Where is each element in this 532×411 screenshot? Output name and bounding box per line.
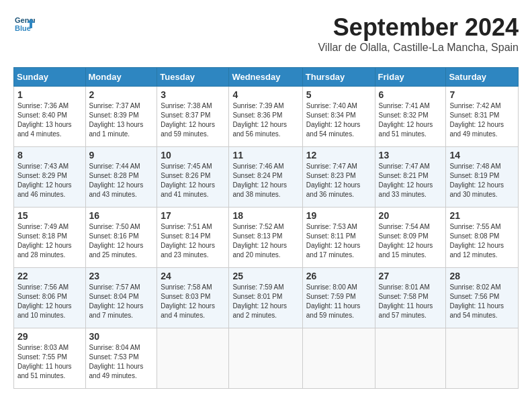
- calendar-cell: 10Sunrise: 7:45 AMSunset: 8:26 PMDayligh…: [157, 147, 229, 208]
- calendar-cell: 1Sunrise: 7:36 AMSunset: 8:40 PMDaylight…: [14, 87, 86, 147]
- day-info: Sunrise: 8:01 AMSunset: 7:58 PMDaylight:…: [379, 283, 443, 320]
- svg-text:Blue: Blue: [15, 24, 31, 32]
- day-number: 26: [306, 271, 371, 281]
- day-number: 4: [232, 89, 298, 100]
- day-info: Sunrise: 7:59 AMSunset: 8:01 PMDaylight:…: [232, 283, 298, 320]
- column-header-saturday: Saturday: [446, 68, 519, 87]
- day-number: 14: [449, 150, 515, 161]
- day-info: Sunrise: 7:47 AMSunset: 8:23 PMDaylight:…: [306, 162, 371, 199]
- week-row: 8Sunrise: 7:43 AMSunset: 8:29 PMDaylight…: [14, 147, 519, 208]
- day-info: Sunrise: 7:57 AMSunset: 8:04 PMDaylight:…: [89, 283, 154, 320]
- calendar-cell: [157, 328, 229, 389]
- column-header-friday: Friday: [375, 68, 446, 87]
- calendar-cell: 23Sunrise: 7:57 AMSunset: 8:04 PMDayligh…: [85, 268, 157, 328]
- location-title: Villar de Olalla, Castille-La Mancha, Sp…: [318, 42, 519, 54]
- day-info: Sunrise: 8:02 AMSunset: 7:56 PMDaylight:…: [449, 283, 515, 320]
- day-number: 27: [379, 271, 443, 281]
- day-info: Sunrise: 7:54 AMSunset: 8:09 PMDaylight:…: [379, 222, 443, 260]
- week-row: 29Sunrise: 8:03 AMSunset: 7:55 PMDayligh…: [14, 328, 519, 389]
- day-number: 20: [379, 210, 443, 221]
- day-number: 12: [306, 150, 371, 161]
- calendar-cell: 19Sunrise: 7:53 AMSunset: 8:11 PMDayligh…: [302, 208, 375, 268]
- day-number: 6: [379, 89, 443, 100]
- day-info: Sunrise: 7:42 AMSunset: 8:31 PMDaylight:…: [449, 101, 515, 139]
- calendar-cell: 27Sunrise: 8:01 AMSunset: 7:58 PMDayligh…: [375, 268, 446, 328]
- calendar-cell: 26Sunrise: 8:00 AMSunset: 7:59 PMDayligh…: [302, 268, 375, 328]
- day-number: 22: [17, 271, 82, 281]
- calendar-cell: 29Sunrise: 8:03 AMSunset: 7:55 PMDayligh…: [14, 328, 86, 389]
- calendar-cell: 18Sunrise: 7:52 AMSunset: 8:13 PMDayligh…: [229, 208, 302, 268]
- day-number: 11: [232, 150, 298, 161]
- day-number: 1: [17, 89, 82, 100]
- day-info: Sunrise: 7:44 AMSunset: 8:28 PMDaylight:…: [89, 162, 154, 199]
- day-info: Sunrise: 7:36 AMSunset: 8:40 PMDaylight:…: [17, 101, 82, 139]
- day-info: Sunrise: 7:46 AMSunset: 8:24 PMDaylight:…: [232, 162, 298, 199]
- day-info: Sunrise: 7:51 AMSunset: 8:14 PMDaylight:…: [161, 222, 225, 260]
- day-info: Sunrise: 7:55 AMSunset: 8:08 PMDaylight:…: [449, 222, 515, 260]
- calendar-cell: 30Sunrise: 8:04 AMSunset: 7:53 PMDayligh…: [85, 328, 157, 389]
- day-number: 24: [161, 271, 225, 281]
- day-number: 9: [89, 150, 154, 161]
- day-number: 17: [161, 210, 225, 221]
- column-header-wednesday: Wednesday: [229, 68, 302, 87]
- calendar-cell: 5Sunrise: 7:40 AMSunset: 8:34 PMDaylight…: [302, 87, 375, 147]
- calendar-cell: 22Sunrise: 7:56 AMSunset: 8:06 PMDayligh…: [14, 268, 86, 328]
- calendar-cell: 20Sunrise: 7:54 AMSunset: 8:09 PMDayligh…: [375, 208, 446, 268]
- calendar-cell: 15Sunrise: 7:49 AMSunset: 8:18 PMDayligh…: [14, 208, 86, 268]
- week-row: 22Sunrise: 7:56 AMSunset: 8:06 PMDayligh…: [14, 268, 519, 328]
- day-info: Sunrise: 7:43 AMSunset: 8:29 PMDaylight:…: [17, 162, 82, 199]
- calendar-cell: [229, 328, 302, 389]
- day-number: 2: [89, 89, 154, 100]
- day-number: 13: [379, 150, 443, 161]
- day-info: Sunrise: 7:47 AMSunset: 8:21 PMDaylight:…: [379, 162, 443, 199]
- calendar-cell: 17Sunrise: 7:51 AMSunset: 8:14 PMDayligh…: [157, 208, 229, 268]
- title-section: September 2024 Villar de Olalla, Castill…: [318, 13, 519, 60]
- calendar-cell: 12Sunrise: 7:47 AMSunset: 8:23 PMDayligh…: [302, 147, 375, 208]
- calendar-cell: 11Sunrise: 7:46 AMSunset: 8:24 PMDayligh…: [229, 147, 302, 208]
- day-info: Sunrise: 7:52 AMSunset: 8:13 PMDaylight:…: [232, 222, 298, 260]
- day-info: Sunrise: 7:48 AMSunset: 8:19 PMDaylight:…: [449, 162, 515, 199]
- header-row: SundayMondayTuesdayWednesdayThursdayFrid…: [14, 68, 519, 87]
- calendar-cell: 16Sunrise: 7:50 AMSunset: 8:16 PMDayligh…: [85, 208, 157, 268]
- day-info: Sunrise: 7:56 AMSunset: 8:06 PMDaylight:…: [17, 283, 82, 320]
- day-info: Sunrise: 7:45 AMSunset: 8:26 PMDaylight:…: [161, 162, 225, 199]
- calendar-cell: 3Sunrise: 7:38 AMSunset: 8:37 PMDaylight…: [157, 87, 229, 147]
- calendar-cell: 4Sunrise: 7:39 AMSunset: 8:36 PMDaylight…: [229, 87, 302, 147]
- day-info: Sunrise: 7:58 AMSunset: 8:03 PMDaylight:…: [161, 283, 225, 320]
- day-info: Sunrise: 7:50 AMSunset: 8:16 PMDaylight:…: [89, 222, 154, 260]
- day-info: Sunrise: 7:38 AMSunset: 8:37 PMDaylight:…: [161, 101, 225, 139]
- calendar-cell: 7Sunrise: 7:42 AMSunset: 8:31 PMDaylight…: [446, 87, 519, 147]
- day-number: 18: [232, 210, 298, 221]
- day-number: 10: [161, 150, 225, 161]
- day-info: Sunrise: 7:53 AMSunset: 8:11 PMDaylight:…: [306, 222, 371, 260]
- day-number: 15: [17, 210, 82, 221]
- column-header-thursday: Thursday: [302, 68, 375, 87]
- week-row: 1Sunrise: 7:36 AMSunset: 8:40 PMDaylight…: [14, 87, 519, 147]
- calendar-cell: 24Sunrise: 7:58 AMSunset: 8:03 PMDayligh…: [157, 268, 229, 328]
- logo: General Blue: [13, 13, 38, 35]
- day-info: Sunrise: 8:00 AMSunset: 7:59 PMDaylight:…: [306, 283, 371, 320]
- calendar-cell: 6Sunrise: 7:41 AMSunset: 8:32 PMDaylight…: [375, 87, 446, 147]
- calendar-cell: 14Sunrise: 7:48 AMSunset: 8:19 PMDayligh…: [446, 147, 519, 208]
- day-number: 29: [17, 331, 82, 342]
- day-info: Sunrise: 7:49 AMSunset: 8:18 PMDaylight:…: [17, 222, 82, 260]
- calendar-cell: [446, 328, 519, 389]
- day-number: 19: [306, 210, 371, 221]
- logo-icon: General Blue: [13, 13, 35, 35]
- calendar-cell: 25Sunrise: 7:59 AMSunset: 8:01 PMDayligh…: [229, 268, 302, 328]
- day-info: Sunrise: 7:39 AMSunset: 8:36 PMDaylight:…: [232, 101, 298, 139]
- day-number: 28: [449, 271, 515, 281]
- calendar-cell: 9Sunrise: 7:44 AMSunset: 8:28 PMDaylight…: [85, 147, 157, 208]
- column-header-sunday: Sunday: [14, 68, 86, 87]
- day-number: 8: [17, 150, 82, 161]
- day-number: 7: [449, 89, 515, 100]
- calendar-cell: 2Sunrise: 7:37 AMSunset: 8:39 PMDaylight…: [85, 87, 157, 147]
- calendar-cell: 21Sunrise: 7:55 AMSunset: 8:08 PMDayligh…: [446, 208, 519, 268]
- column-header-monday: Monday: [85, 68, 157, 87]
- calendar-cell: 8Sunrise: 7:43 AMSunset: 8:29 PMDaylight…: [14, 147, 86, 208]
- day-number: 16: [89, 210, 154, 221]
- calendar-cell: [375, 328, 446, 389]
- day-number: 21: [449, 210, 515, 221]
- day-info: Sunrise: 8:03 AMSunset: 7:55 PMDaylight:…: [17, 343, 82, 381]
- day-info: Sunrise: 7:41 AMSunset: 8:32 PMDaylight:…: [379, 101, 443, 139]
